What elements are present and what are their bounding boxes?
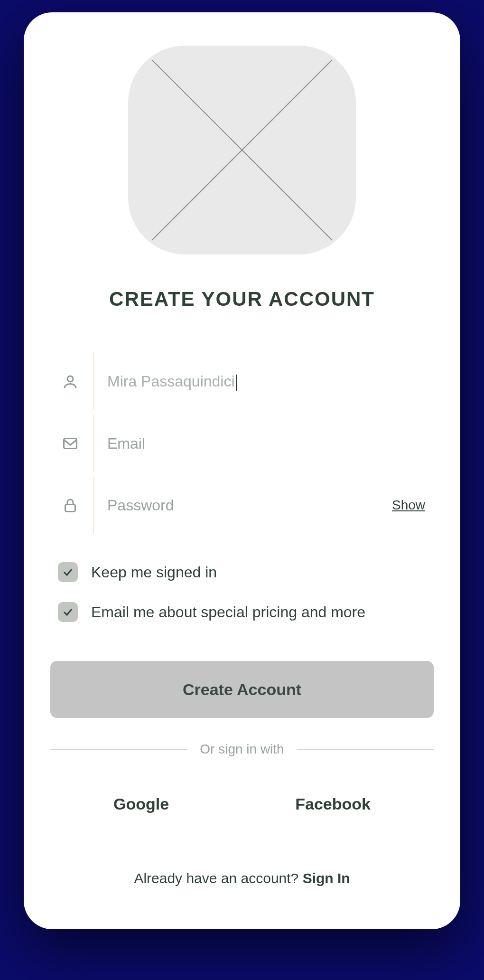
- name-input[interactable]: Mira Passaquindici: [107, 373, 434, 391]
- facebook-button[interactable]: Facebook: [295, 795, 371, 813]
- user-icon: [56, 373, 84, 390]
- google-button[interactable]: Google: [113, 795, 169, 813]
- email-field[interactable]: Email: [50, 415, 434, 472]
- field-divider: [93, 477, 94, 534]
- page-title: CREATE YOUR ACCOUNT: [50, 288, 434, 311]
- or-separator: Or sign in with: [50, 742, 434, 757]
- password-input[interactable]: Password: [107, 497, 392, 514]
- keep-signed-checkbox[interactable]: [58, 562, 78, 582]
- separator-line: [297, 749, 434, 750]
- create-account-button[interactable]: Create Account: [50, 661, 434, 718]
- svg-point-2: [67, 376, 73, 382]
- image-placeholder-icon: [128, 46, 356, 254]
- show-password-toggle[interactable]: Show: [392, 498, 425, 513]
- check-icon: [62, 606, 74, 618]
- field-divider: [93, 353, 94, 410]
- sign-in-link[interactable]: Sign In: [303, 870, 350, 886]
- text-caret: [236, 375, 237, 391]
- svg-rect-3: [64, 439, 77, 449]
- mail-icon: [56, 435, 84, 452]
- field-divider: [93, 415, 94, 472]
- name-field[interactable]: Mira Passaquindici: [50, 353, 434, 410]
- or-label: Or sign in with: [200, 742, 284, 757]
- keep-signed-label: Keep me signed in: [91, 564, 217, 581]
- check-icon: [62, 566, 74, 578]
- email-me-label: Email me about special pricing and more: [91, 603, 365, 621]
- signup-card: CREATE YOUR ACCOUNT Mira Passaquindici E…: [24, 12, 460, 929]
- social-buttons: Google Facebook: [50, 795, 434, 813]
- password-field[interactable]: Password Show: [50, 477, 434, 534]
- footer-prefix: Already have an account?: [134, 870, 302, 886]
- email-input[interactable]: Email: [107, 435, 434, 452]
- name-value: Mira Passaquindici: [107, 373, 235, 390]
- email-me-row[interactable]: Email me about special pricing and more: [58, 602, 434, 622]
- checkbox-group: Keep me signed in Email me about special…: [50, 562, 434, 622]
- footer-text: Already have an account? Sign In: [50, 870, 434, 886]
- keep-signed-row[interactable]: Keep me signed in: [58, 562, 434, 582]
- lock-icon: [56, 497, 84, 514]
- svg-rect-4: [65, 505, 75, 512]
- email-me-checkbox[interactable]: [58, 602, 78, 622]
- separator-line: [50, 749, 187, 750]
